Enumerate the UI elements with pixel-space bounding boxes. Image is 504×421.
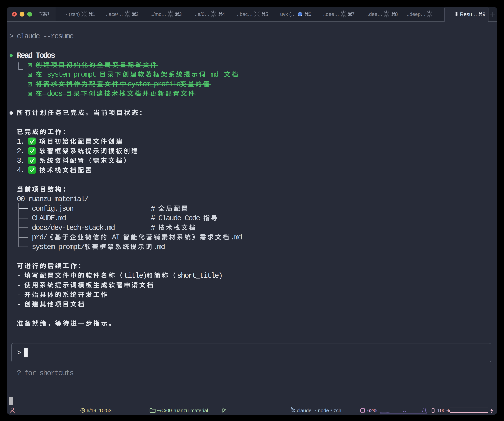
svg-text:../mc…: ../mc…: [150, 11, 166, 17]
svg-text:claude --resume: claude --resume: [17, 32, 73, 41]
svg-text:9: 9: [483, 12, 486, 17]
svg-text:00-ruanzu-material/: 00-ruanzu-material/: [17, 195, 89, 203]
svg-text:62%: 62%: [367, 408, 377, 413]
svg-text:..ace/…: ..ace/…: [106, 11, 123, 17]
svg-text:AI: AI: [108, 233, 123, 242]
svg-text:? for shortcuts: ? for shortcuts: [17, 369, 73, 378]
svg-text:6: 6: [308, 11, 311, 17]
svg-text:claude: claude: [297, 408, 312, 413]
svg-text:7: 7: [352, 11, 354, 17]
svg-text:4.: 4.: [17, 166, 24, 175]
svg-text:100%: 100%: [437, 408, 450, 413]
svg-text:..dee…: ..dee…: [366, 11, 382, 17]
svg-text:3.: 3.: [17, 157, 24, 165]
svg-text:Read Todos: Read Todos: [17, 51, 55, 60]
svg-text:# Claude Code: # Claude Code: [151, 214, 203, 223]
svg-text:..deep…: ..deep…: [407, 11, 426, 17]
svg-text:1.: 1.: [17, 138, 24, 146]
svg-text:CLAUDE.md: CLAUDE.md: [32, 214, 66, 223]
svg-text:#: #: [151, 224, 158, 232]
svg-text:>: >: [9, 32, 14, 41]
svg-text:1: 1: [47, 11, 50, 16]
svg-text:~ (zsh): ~ (zsh): [65, 11, 80, 17]
svg-text:..dee…: ..dee…: [323, 11, 339, 17]
svg-text:md: md: [207, 71, 222, 79]
svg-text:5: 5: [265, 11, 268, 17]
svg-text:.md: .md: [230, 233, 242, 242]
svg-text:2: 2: [136, 11, 138, 17]
svg-text:8: 8: [395, 11, 398, 17]
svg-text:..e/0…: ..e/0…: [195, 11, 210, 17]
svg-text:-: -: [17, 291, 24, 299]
svg-text:1: 1: [92, 11, 95, 17]
svg-text:config.json: config.json: [32, 204, 73, 213]
svg-text:system prompt/: system prompt/: [32, 243, 85, 251]
svg-text:~/C/00-ruanzu-material: ~/C/00-ruanzu-material: [157, 408, 208, 413]
svg-text:short_title): short_title): [177, 272, 222, 280]
svg-text:node: node: [318, 408, 329, 413]
svg-text:zsh: zsh: [334, 408, 341, 413]
svg-text:title): title): [124, 272, 146, 280]
svg-text:.md: .md: [153, 243, 165, 251]
svg-text:-: -: [17, 300, 24, 309]
svg-text:docs/dev-tech-stack.md: docs/dev-tech-stack.md: [32, 224, 114, 232]
svg-text:-: -: [17, 281, 24, 290]
svg-text:system prompt: system prompt: [43, 71, 100, 79]
svg-text:system_profile: system_profile: [127, 80, 180, 89]
svg-text:-: -: [17, 272, 24, 280]
svg-text:docs: docs: [43, 90, 66, 98]
svg-text:3: 3: [179, 11, 181, 17]
svg-text:>: >: [17, 349, 21, 357]
svg-text:prd/: prd/: [32, 233, 47, 242]
svg-text:2.: 2.: [17, 147, 24, 156]
svg-text:..bac…: ..bac…: [237, 11, 252, 17]
svg-text:#: #: [151, 204, 158, 213]
svg-text:Resu…: Resu…: [460, 12, 477, 17]
svg-text:4: 4: [222, 11, 225, 17]
svg-text:6/19, 10:53: 6/19, 10:53: [87, 408, 111, 413]
svg-text:uvx (…: uvx (…: [280, 11, 296, 17]
